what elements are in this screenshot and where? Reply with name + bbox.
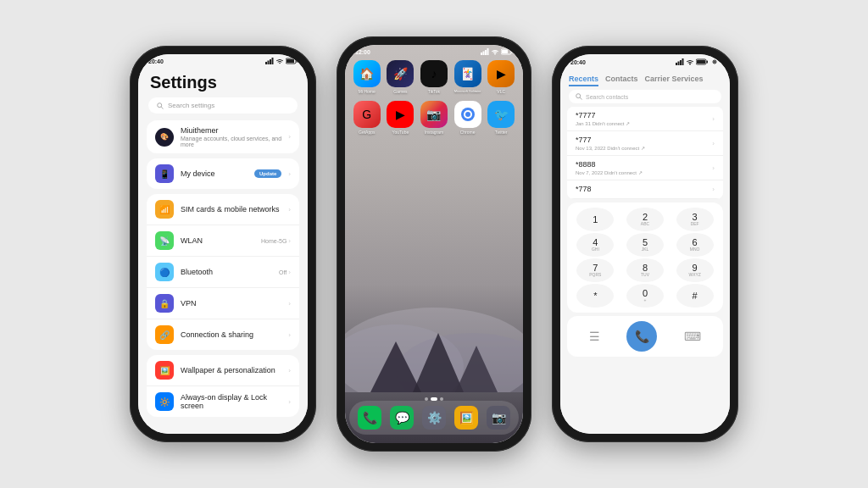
network-settings-card: 📶 SIM cards & mobile networks › 📡 WLAN H…	[147, 194, 299, 350]
tiktok-icon: ♪	[420, 60, 448, 87]
recent-item-2[interactable]: *777 Nov 13, 2022 Didn't connect ↗ ›	[567, 131, 723, 156]
dial-key-star[interactable]: *	[576, 284, 614, 308]
app-vlc[interactable]: ▶ VLC	[486, 60, 516, 94]
app-solitaire[interactable]: 🃏 Microsoft Solitaire	[453, 60, 483, 94]
settings-title: Settings	[138, 66, 308, 97]
recent-item-3[interactable]: *8888 Nov 7, 2022 Didn't connect ↗ ›	[567, 156, 723, 180]
mihome-icon: 🏠	[353, 60, 381, 87]
my-device-item[interactable]: 📱 My device Update ›	[147, 158, 299, 189]
my-device-icon: 📱	[155, 164, 174, 183]
recent-item-1[interactable]: *7777 Jan 31 Didn't connect ↗ ›	[567, 107, 723, 131]
app-youtube[interactable]: ▶ YouTube	[386, 101, 416, 135]
display-lock-icon: 🔆	[155, 392, 174, 411]
tab-contacts[interactable]: Contacts	[605, 73, 638, 86]
bluetooth-value: Off ›	[279, 269, 291, 276]
getapps-icon: G	[353, 101, 381, 128]
svg-rect-1	[268, 61, 270, 65]
wlan-network: Home-5G	[261, 238, 287, 244]
twitter-icon: 🐦	[487, 101, 515, 128]
tab-carrier-services[interactable]: Carrier Services	[645, 73, 704, 86]
dialer-bottom-bar: ☰ 📞 ⌨	[567, 316, 723, 357]
dial-key-3[interactable]: 3DEF	[676, 208, 714, 231]
app-getapps[interactable]: G GetApps	[352, 101, 382, 135]
dock-messages[interactable]: 💬	[390, 406, 414, 430]
dial-key-6[interactable]: 6MNO	[676, 233, 714, 257]
wifi-icon	[275, 58, 284, 64]
app-mihome[interactable]: 🏠 Mi Home	[352, 60, 382, 94]
dial-key-5[interactable]: 5JKL	[626, 233, 664, 257]
svg-rect-29	[682, 58, 684, 65]
dial-key-hash[interactable]: #	[676, 284, 714, 308]
wallpaper-item[interactable]: 🖼️ Wallpaper & personalization ›	[147, 355, 299, 386]
wallpaper-label: Wallpaper & personalization	[181, 366, 281, 374]
svg-point-30	[689, 64, 691, 65]
app-twitter[interactable]: 🐦 Twitter	[486, 101, 516, 135]
miuithemer-sub: Manage accounts, cloud services, and mor…	[181, 136, 281, 147]
home-app-row1: 🏠 Mi Home 🚀 Games ♪ TikTok 🃏 Microsoft S…	[345, 57, 523, 97]
vpn-item[interactable]: 🔒 VPN ›	[147, 288, 299, 319]
chevron-icon: ›	[712, 115, 715, 123]
dock-settings[interactable]: ⚙️	[422, 406, 446, 430]
menu-icon[interactable]: ☰	[589, 330, 600, 343]
games-icon: 🚀	[387, 60, 414, 87]
dial-key-9[interactable]: 9WXYZ	[676, 258, 714, 282]
call-button[interactable]: 📞	[626, 321, 657, 352]
gear-icon	[709, 58, 720, 66]
dial-key-2[interactable]: 2ABC	[626, 208, 664, 231]
dialer-screen: 20:40 Recents Contacts Carrier Services …	[560, 54, 730, 434]
recent-2-info: *777 Nov 13, 2022 Didn't connect ↗	[576, 136, 645, 151]
settings-search-bar[interactable]: Search settings	[148, 97, 298, 114]
dock-gallery[interactable]: 🖼️	[454, 406, 478, 430]
app-chrome[interactable]: Chrome	[453, 101, 483, 135]
app-tiktok[interactable]: ♪ TikTok	[419, 60, 449, 94]
instagram-icon: 📷	[420, 101, 448, 128]
recent-3-info: *8888 Nov 7, 2022 Didn't connect ↗	[576, 160, 643, 175]
recents-list: *7777 Jan 31 Didn't connect ↗ › *777 Nov…	[567, 107, 723, 199]
dial-key-7[interactable]: 7PQRS	[576, 258, 614, 282]
dock-camera[interactable]: 📷	[487, 406, 510, 430]
svg-rect-10	[483, 52, 485, 56]
app-games[interactable]: 🚀 Games	[386, 60, 416, 94]
display-lock-item[interactable]: 🔆 Always-on display & Lock screen ›	[147, 386, 299, 417]
dial-key-0[interactable]: 0+	[626, 284, 664, 308]
solitaire-icon: 🃏	[454, 60, 481, 87]
app-instagram[interactable]: 📷 Instagram	[419, 101, 449, 135]
recent-item-4[interactable]: *778 ›	[567, 180, 723, 199]
dial-key-1[interactable]: 1	[576, 208, 614, 231]
tab-recents[interactable]: Recents	[569, 73, 598, 86]
vlc-icon: ▶	[487, 60, 515, 87]
dialer-search-bar[interactable]: Search contacts	[569, 90, 721, 103]
wallpaper-text: Wallpaper & personalization	[181, 366, 281, 374]
settings-screen: 20:40 Settings Search settings 🎨 Miuithe…	[138, 54, 308, 434]
connection-sharing-item[interactable]: 🔗 Connection & sharing ›	[147, 319, 299, 350]
chevron-icon: ›	[288, 206, 291, 214]
svg-rect-15	[512, 51, 514, 53]
miuithemer-item[interactable]: 🎨 Miuithemer Manage accounts, cloud serv…	[147, 120, 299, 153]
home-status-bar: 12:00	[345, 45, 523, 57]
games-label: Games	[393, 89, 407, 94]
chevron-icon: ›	[288, 133, 291, 141]
status-time: 20:40	[148, 58, 164, 64]
wlan-item[interactable]: 📡 WLAN Home-5G ›	[147, 225, 299, 257]
connection-sharing-icon: 🔗	[155, 325, 174, 344]
connection-sharing-text: Connection & sharing	[181, 330, 281, 339]
miuithemer-avatar: 🎨	[155, 128, 174, 147]
home-dock: 📞 💬 ⚙️ 🖼️ 📷	[349, 401, 519, 435]
dial-key-8[interactable]: 8TUV	[626, 258, 664, 282]
solitaire-label: Microsoft Solitaire	[454, 89, 481, 93]
dial-key-4[interactable]: 4GHI	[576, 233, 614, 257]
dial-pad: 1 2ABC 3DEF 4GHI 5JKL 6MNO 7PQRS 8TUV 9W…	[567, 202, 723, 313]
wifi-icon	[491, 48, 499, 55]
signal-icon	[676, 58, 684, 65]
dock-phone[interactable]: 📞	[358, 406, 381, 430]
svg-rect-28	[680, 60, 682, 65]
recent-2-detail: Nov 13, 2022 Didn't connect ↗	[576, 145, 645, 151]
dialpad-icon[interactable]: ⌨	[684, 330, 701, 343]
chevron-icon: ›	[288, 367, 291, 374]
svg-rect-6	[287, 59, 294, 63]
mihome-label: Mi Home	[359, 89, 376, 94]
home-screen: 12:00 🏠 Mi Home 🚀 Games ♪	[345, 45, 523, 443]
search-icon	[576, 93, 582, 100]
bluetooth-item[interactable]: 🔵 Bluetooth Off ›	[147, 257, 299, 288]
sim-item[interactable]: 📶 SIM cards & mobile networks ›	[147, 194, 299, 225]
